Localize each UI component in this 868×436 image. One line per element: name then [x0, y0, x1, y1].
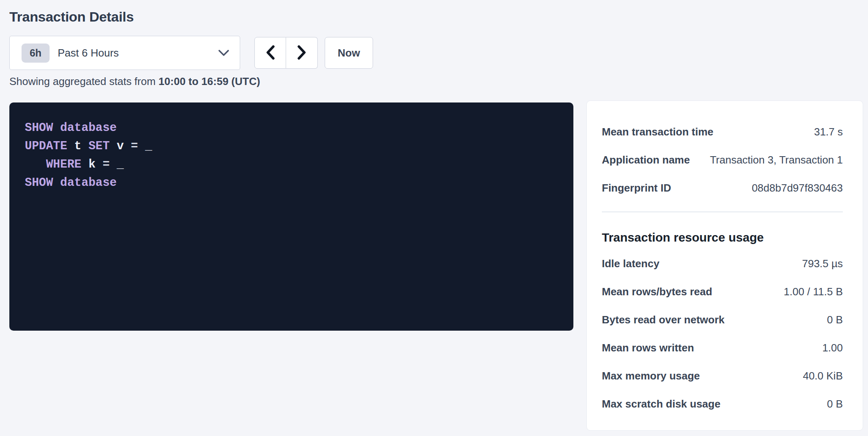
stat-row-max-memory-usage: Max memory usage 40.0 KiB: [602, 362, 843, 390]
sql-statements-panel: SHOW databaseUPDATE t SET v = _ WHERE k …: [9, 102, 573, 331]
stat-value: 1.00 / 11.5 B: [783, 286, 843, 298]
caption-prefix: Showing aggregated stats from: [9, 75, 158, 87]
resource-usage-heading: Transaction resource usage: [602, 231, 843, 244]
stat-row-mean-rows-bytes-read: Mean rows/bytes read 1.00 / 11.5 B: [602, 278, 843, 306]
stat-row-application-name: Application name Transaction 3, Transact…: [602, 146, 843, 174]
stat-label: Bytes read over network: [602, 314, 733, 326]
stat-value: 0 B: [827, 314, 843, 326]
stat-value: 793.5 µs: [802, 257, 843, 270]
now-button[interactable]: Now: [325, 37, 373, 69]
stat-label: Application name: [602, 154, 698, 166]
sql-line: WHERE k = _: [25, 155, 559, 174]
stat-label: Mean transaction time: [602, 126, 722, 138]
stat-value: 40.0 KiB: [803, 370, 843, 382]
time-nav-controls: Now: [254, 37, 373, 69]
stat-label: Fingerprint ID: [602, 182, 679, 194]
caption-range: 10:00 to 16:59 (UTC): [158, 75, 260, 87]
transaction-stats-card: Mean transaction time 31.7 s Application…: [586, 100, 863, 431]
stat-value: 1.00: [822, 342, 843, 354]
next-interval-button[interactable]: [286, 37, 318, 69]
stat-value: 31.7 s: [814, 126, 843, 138]
card-divider: [602, 211, 843, 212]
time-range-dropdown[interactable]: 6h Past 6 Hours: [9, 36, 240, 70]
time-range-badge: 6h: [22, 44, 50, 63]
stat-value: 08d8b7d97f830463: [752, 182, 843, 194]
main-content: SHOW databaseUPDATE t SET v = _ WHERE k …: [9, 100, 863, 431]
stat-label: Mean rows/bytes read: [602, 286, 720, 298]
stat-label: Max scratch disk usage: [602, 398, 729, 410]
chevron-left-icon: [266, 45, 275, 61]
stat-value: 0 B: [827, 398, 843, 410]
stat-label: Max memory usage: [602, 370, 708, 382]
time-nav-group: [254, 37, 318, 69]
stat-row-idle-latency: Idle latency 793.5 µs: [602, 250, 843, 278]
stat-label: Idle latency: [602, 257, 668, 270]
stat-row-mean-transaction-time: Mean transaction time 31.7 s: [602, 118, 843, 146]
sql-line: SHOW database: [25, 174, 559, 192]
stat-row-mean-rows-written: Mean rows written 1.00: [602, 334, 843, 362]
chevron-down-icon: [218, 50, 229, 57]
stat-value: Transaction 3, Transaction 1: [710, 154, 843, 166]
stat-row-fingerprint-id: Fingerprint ID 08d8b7d97f830463: [602, 174, 843, 202]
chevron-right-icon: [297, 45, 306, 61]
stat-row-bytes-read-over-network: Bytes read over network 0 B: [602, 306, 843, 334]
stat-row-max-scratch-disk-usage: Max scratch disk usage 0 B: [602, 390, 843, 418]
sql-code: SHOW databaseUPDATE t SET v = _ WHERE k …: [25, 119, 559, 192]
time-range-label: Past 6 Hours: [58, 47, 119, 59]
sql-line: UPDATE t SET v = _: [25, 137, 559, 155]
time-toolbar: 6h Past 6 Hours Now: [9, 36, 863, 70]
previous-interval-button[interactable]: [254, 37, 286, 69]
aggregated-stats-caption: Showing aggregated stats from 10:00 to 1…: [9, 75, 863, 88]
sql-line: SHOW database: [25, 119, 559, 137]
page-title: Transaction Details: [9, 9, 863, 25]
transaction-details-page: Transaction Details 6h Past 6 Hours: [0, 0, 868, 431]
stat-label: Mean rows written: [602, 342, 702, 354]
